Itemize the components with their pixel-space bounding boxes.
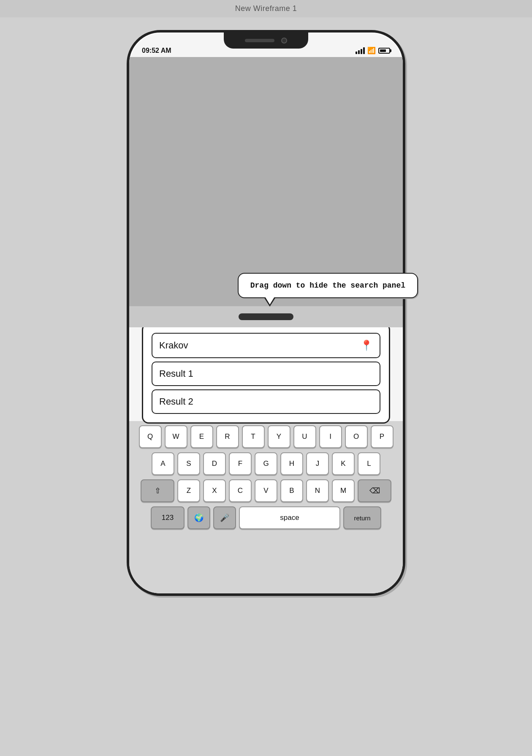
- wifi-icon: 📶: [367, 46, 376, 54]
- key-c[interactable]: C: [229, 479, 252, 502]
- return-key[interactable]: return: [343, 506, 381, 529]
- status-icons: 📶: [356, 46, 390, 54]
- shift-key[interactable]: ⇧: [141, 479, 174, 502]
- keyboard: Q W E R T Y U I O P A S D F G H J K: [129, 421, 403, 593]
- search-result-2[interactable]: Result 2: [152, 389, 380, 414]
- key-o[interactable]: O: [345, 425, 368, 448]
- drag-handle[interactable]: [239, 313, 293, 320]
- page-title: New Wireframe 1: [235, 4, 297, 13]
- search-input-row[interactable]: Krakov 📍: [152, 333, 380, 358]
- tooltip-text: Drag down to hide the search panel: [250, 281, 405, 290]
- speaker: [245, 39, 274, 42]
- mic-key[interactable]: 🎤: [213, 506, 236, 529]
- key-z[interactable]: Z: [177, 479, 200, 502]
- battery-icon: [378, 48, 390, 54]
- key-t[interactable]: T: [242, 425, 265, 448]
- drag-handle-area[interactable]: [129, 306, 403, 327]
- key-l[interactable]: L: [358, 452, 380, 475]
- key-w[interactable]: W: [165, 425, 187, 448]
- keyboard-row-1: Q W E R T Y U I O P: [133, 425, 399, 448]
- power-button[interactable]: [403, 142, 405, 185]
- search-panel: Krakov 📍 Result 1 Result 2: [142, 323, 390, 424]
- key-p[interactable]: P: [371, 425, 394, 448]
- key-d[interactable]: D: [203, 452, 226, 475]
- key-g[interactable]: G: [255, 452, 277, 475]
- globe-icon: 🌍: [194, 513, 204, 522]
- key-f[interactable]: F: [229, 452, 252, 475]
- key-x[interactable]: X: [203, 479, 226, 502]
- key-s[interactable]: S: [177, 452, 200, 475]
- key-i[interactable]: I: [319, 425, 342, 448]
- front-camera: [281, 38, 287, 44]
- key-j[interactable]: J: [306, 452, 329, 475]
- signal-icon: [356, 47, 365, 54]
- key-v[interactable]: V: [255, 479, 277, 502]
- tooltip-bubble: Drag down to hide the search panel: [238, 273, 418, 298]
- globe-key[interactable]: 🌍: [187, 506, 210, 529]
- key-e[interactable]: E: [190, 425, 213, 448]
- key-b[interactable]: B: [280, 479, 303, 502]
- key-m[interactable]: M: [332, 479, 355, 502]
- keyboard-row-4: 123 🌍 🎤 space return: [133, 506, 399, 529]
- key-h[interactable]: H: [280, 452, 303, 475]
- mic-icon: 🎤: [220, 513, 229, 522]
- numbers-key[interactable]: 123: [151, 506, 185, 529]
- status-time: 09:52 AM: [142, 47, 171, 54]
- phone-shell: 09:52 AM 📶 Krakov: [127, 30, 405, 596]
- search-input[interactable]: Krakov: [159, 340, 360, 351]
- notch: [224, 33, 308, 49]
- key-q[interactable]: Q: [139, 425, 162, 448]
- key-y[interactable]: Y: [268, 425, 290, 448]
- key-k[interactable]: K: [332, 452, 355, 475]
- search-result-1[interactable]: Result 1: [152, 362, 380, 386]
- space-key[interactable]: space: [239, 506, 340, 529]
- map-area[interactable]: [129, 57, 403, 310]
- page-title-bar: New Wireframe 1: [0, 0, 532, 17]
- key-n[interactable]: N: [306, 479, 329, 502]
- location-pin-icon: 📍: [360, 340, 373, 351]
- key-r[interactable]: R: [216, 425, 239, 448]
- key-u[interactable]: U: [293, 425, 316, 448]
- keyboard-row-2: A S D F G H J K L: [133, 452, 399, 475]
- keyboard-row-3: ⇧ Z X C V B N M ⌫: [133, 479, 399, 502]
- key-a[interactable]: A: [152, 452, 174, 475]
- delete-key[interactable]: ⌫: [358, 479, 391, 502]
